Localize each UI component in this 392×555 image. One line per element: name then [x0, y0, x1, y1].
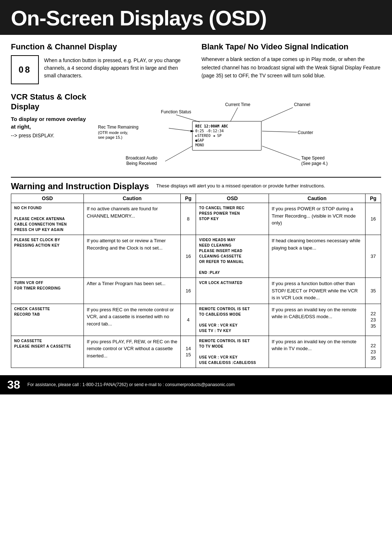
- osd-cell-left: TURN VCR OFF FOR TIMER RECORDING: [11, 278, 84, 304]
- svg-line-15: [169, 128, 192, 131]
- caution-cell-right: If you press POWER or STOP during a Time…: [269, 203, 366, 235]
- pg-cell-right: 16: [366, 203, 381, 235]
- svg-text:Being Received: Being Received: [126, 161, 157, 166]
- vcr-diagram: REC 12:00AM ABC 0:25 -0:12:34 ►STEREO ◄ …: [94, 92, 381, 173]
- pg-cell-right: 222335: [366, 304, 381, 336]
- caution-cell-left: If you attempt to set or review a Timer …: [84, 235, 181, 278]
- vcr-diagram-svg: REC 12:00AM ABC 0:25 -0:12:34 ►STEREO ◄ …: [94, 92, 377, 172]
- osd-cell-left: NO CASSETTE PLEASE INSERT A CASSETTE: [11, 336, 84, 368]
- svg-text:(OTR mode only,: (OTR mode only,: [98, 130, 128, 135]
- table-row: CHECK CASSETTE RECORD TABIf you press RE…: [11, 304, 381, 336]
- svg-text:see page 15.): see page 15.): [98, 135, 122, 139]
- pg-cell-right: 222335: [366, 336, 381, 368]
- svg-text:Rec Time Remaining: Rec Time Remaining: [98, 125, 138, 130]
- col-caution-right: Caution: [269, 194, 366, 203]
- vcr-status-title: VCR Status & Clock Display: [11, 92, 91, 112]
- overlay-title: To display or remove overlay at right,: [11, 115, 91, 130]
- caution-cell-right: If you press an invalid key on the remot…: [269, 336, 366, 368]
- osd-cell-right: REMOTE CONTROL IS SET TO TV MODE USE VCR…: [196, 336, 269, 368]
- page: On-Screen Displays (OSD) Function & Chan…: [0, 0, 392, 555]
- blank-tape-section: Blank Tape/ No Video Signal Indication W…: [201, 42, 381, 87]
- vcr-status-section: VCR Status & Clock Display To display or…: [11, 92, 381, 173]
- col-caution-left: Caution: [84, 194, 181, 203]
- caution-cell-left: After a Timer Program has been set...: [84, 278, 181, 304]
- page-number: 38: [7, 378, 20, 392]
- table-row: NO CASSETTE PLEASE INSERT A CASSETTEIf y…: [11, 336, 381, 368]
- osd-cell-right: REMOTE CONTROL IS SET TO CABLE/DSS MODE …: [196, 304, 269, 336]
- func-channel-title: Function & Channel Display: [11, 42, 191, 52]
- svg-text:Counter: Counter: [298, 130, 313, 135]
- col-osd-right: OSD: [196, 194, 269, 203]
- table-row: PLEASE SET CLOCK BY PRESSING ACTION KEYI…: [11, 235, 381, 278]
- blank-tape-desc: Whenever a blank section of a tape comes…: [201, 55, 381, 80]
- osd-display-box: 08: [11, 55, 39, 84]
- func-channel-section: Function & Channel Display 08 When a fun…: [11, 42, 191, 87]
- footer-text: For assistance, please call : 1-800-211-…: [28, 382, 235, 387]
- osd-cell-left: CHECK CASSETTE RECORD TAB: [11, 304, 84, 336]
- osd-number: 08: [19, 65, 31, 75]
- osd-cell-right: VIDEO HEADS MAY NEED CLEANING PLEASE INS…: [196, 235, 269, 278]
- svg-text:Tape Speed: Tape Speed: [301, 155, 324, 161]
- pg-cell-left: 4: [180, 304, 196, 336]
- pg-cell-left: 16: [180, 278, 196, 304]
- osd-cell-left: PLEASE SET CLOCK BY PRESSING ACTION KEY: [11, 235, 84, 278]
- caution-cell-left: If you press PLAY, FF, REW, or REC on th…: [84, 336, 181, 368]
- pg-cell-left: 8: [180, 203, 196, 235]
- pg-cell-left: 1415: [180, 336, 196, 368]
- press-display-text: --> press DISPLAY.: [11, 133, 91, 138]
- top-section: Function & Channel Display 08 When a fun…: [11, 42, 381, 87]
- table-header-row: OSD Caution Pg OSD Caution Pg: [11, 194, 381, 203]
- svg-text:►STEREO ◄       SP: ►STEREO ◄ SP: [195, 134, 221, 138]
- main-content: Function & Channel Display 08 When a fun…: [0, 35, 392, 372]
- caution-cell-right: If you press an invalid key on the remot…: [269, 304, 366, 336]
- svg-line-11: [261, 108, 293, 121]
- svg-text:Channel: Channel: [294, 102, 310, 107]
- warning-description: These displays will alert you to a misse…: [156, 181, 325, 189]
- warning-header: Warning and Instruction Displays These d…: [11, 181, 381, 191]
- table-row: NO CH FOUND PLEASE CHECK ANTENNA CABLE C…: [11, 203, 381, 235]
- table-row: TURN VCR OFF FOR TIMER RECORDINGAfter a …: [11, 278, 381, 304]
- caution-cell-left: If you press REC on the remote control o…: [84, 304, 181, 336]
- col-pg-right: Pg: [366, 194, 381, 203]
- warning-section: Warning and Instruction Displays These d…: [11, 181, 381, 368]
- page-header: On-Screen Displays (OSD): [0, 0, 392, 35]
- pg-cell-right: 35: [366, 278, 381, 304]
- blank-tape-title: Blank Tape/ No Video Signal Indication: [201, 42, 381, 52]
- caution-cell-right: If you press a function button other tha…: [269, 278, 366, 304]
- section-divider: [11, 177, 381, 178]
- caution-cell-right: If head cleaning becomes necessary while…: [269, 235, 366, 278]
- pg-cell-left: 16: [180, 235, 196, 278]
- warning-title: Warning and Instruction Displays: [11, 181, 149, 191]
- svg-line-24: [262, 146, 300, 160]
- svg-line-13: [262, 131, 297, 132]
- svg-text:Broadcast Audio: Broadcast Audio: [126, 155, 158, 161]
- svg-text:(See page 4.): (See page 4.): [301, 161, 328, 166]
- pg-cell-right: 37: [366, 235, 381, 278]
- svg-line-7: [176, 115, 200, 122]
- svg-text:0:25        -0:12:34: 0:25 -0:12:34: [195, 129, 224, 133]
- func-channel-desc: When a function button is pressed, e.g. …: [44, 57, 191, 80]
- page-footer: 38 For assistance, please call : 1-800-2…: [0, 375, 392, 394]
- caution-cell-left: If no active channels are found for CHAN…: [84, 203, 181, 235]
- svg-text:REC  12:00AM  ABC: REC 12:00AM ABC: [195, 124, 228, 128]
- col-osd-left: OSD: [11, 194, 84, 203]
- svg-text:Current Time: Current Time: [225, 102, 250, 107]
- osd-cell-right: TO CANCEL TIMER REC PRESS POWER THEN STO…: [196, 203, 269, 235]
- vcr-status-left: VCR Status & Clock Display To display or…: [11, 92, 91, 173]
- svg-line-21: [165, 146, 192, 161]
- col-pg-left: Pg: [180, 194, 196, 203]
- osd-cell-left: NO CH FOUND PLEASE CHECK ANTENNA CABLE C…: [11, 203, 84, 235]
- svg-text:●SAP: ●SAP: [195, 138, 204, 142]
- warning-table: OSD Caution Pg OSD Caution Pg NO CH FOUN…: [11, 194, 381, 368]
- svg-text:Function Status: Function Status: [161, 109, 191, 114]
- svg-line-9: [230, 108, 238, 121]
- page-title: On-Screen Displays (OSD): [11, 7, 381, 30]
- osd-cell-right: VCR LOCK ACTIVATED: [196, 278, 269, 304]
- svg-text:MONO: MONO: [195, 143, 204, 147]
